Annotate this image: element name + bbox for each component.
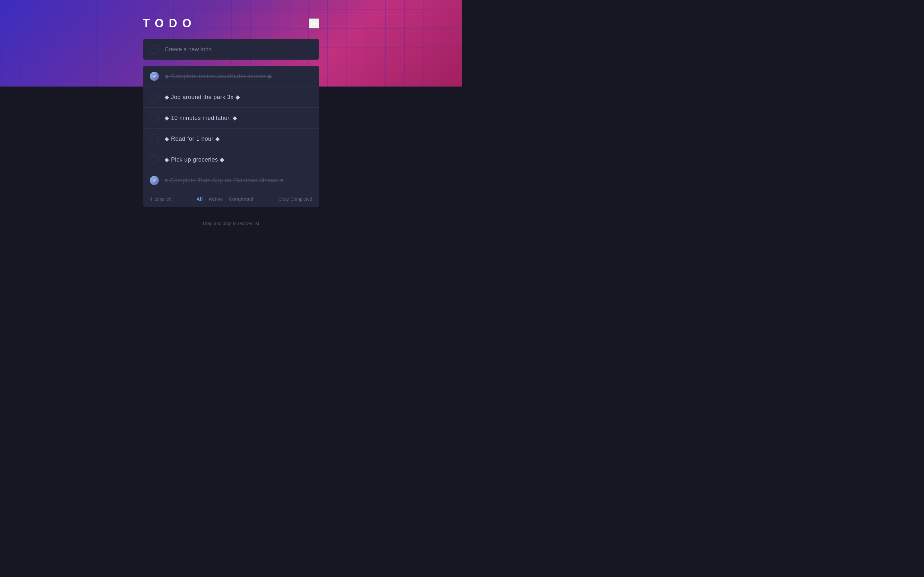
todo-text-2: ◆ Jog around the park 3x ◆ bbox=[165, 93, 240, 101]
todo-item: ◆ Read for 1 hour ◆ bbox=[143, 129, 319, 149]
todo-checkbox-2[interactable] bbox=[150, 93, 159, 102]
todo-checkbox-6[interactable]: ✓ bbox=[150, 176, 159, 185]
todo-footer: 4 items left All Active Completed Clear … bbox=[143, 191, 319, 207]
todo-checkbox-4[interactable] bbox=[150, 134, 159, 143]
todo-item: ◆ 10 minutes meditation ◆ bbox=[143, 108, 319, 129]
todo-text-3: ◆ 10 minutes meditation ◆ bbox=[165, 114, 237, 121]
todo-item: ✓ ♥ Complete Todo App on Frontend Mentor… bbox=[143, 170, 319, 191]
filter-completed-button[interactable]: Completed bbox=[229, 197, 254, 201]
filter-all-button[interactable]: All bbox=[197, 197, 203, 201]
main-container: TODO ✓ ◆ Complete online JavaScript c bbox=[143, 0, 319, 226]
filter-buttons: All Active Completed bbox=[197, 197, 254, 201]
new-todo-input[interactable] bbox=[165, 46, 312, 53]
new-todo-container bbox=[143, 39, 319, 60]
todo-item: ◆ Pick up groceries ◆ bbox=[143, 149, 319, 170]
svg-line-5 bbox=[311, 21, 312, 21]
clear-completed-button[interactable]: Clear Completed bbox=[278, 197, 312, 201]
svg-point-0 bbox=[312, 22, 315, 25]
todo-checkbox-1[interactable]: ✓ bbox=[150, 72, 159, 81]
svg-line-7 bbox=[317, 21, 317, 21]
checkmark-icon: ✓ bbox=[153, 74, 156, 79]
header: TODO bbox=[143, 17, 319, 30]
svg-line-6 bbox=[317, 26, 317, 26]
theme-toggle-button[interactable] bbox=[309, 18, 319, 29]
todo-text-6: ♥ Complete Todo App on Frontend Mentor ♥ bbox=[165, 177, 284, 184]
todo-text-1: ◆ Complete online JavaScript course ◆ bbox=[165, 73, 272, 80]
todo-checkbox-3[interactable] bbox=[150, 113, 159, 122]
todo-item: ✓ ◆ Complete online JavaScript course ◆ bbox=[143, 66, 319, 87]
todo-item: ◆ Jog around the park 3x ◆ bbox=[143, 87, 319, 108]
app-title: TODO bbox=[143, 17, 196, 30]
new-todo-circle-button[interactable] bbox=[150, 45, 159, 54]
svg-line-8 bbox=[311, 26, 312, 26]
todo-text-4: ◆ Read for 1 hour ◆ bbox=[165, 135, 220, 142]
todo-checkbox-5[interactable] bbox=[150, 155, 159, 164]
checkmark-icon: ✓ bbox=[153, 178, 156, 183]
todo-text-5: ◆ Pick up groceries ◆ bbox=[165, 156, 225, 163]
drag-hint: Drag and drop to reorder list bbox=[143, 221, 319, 226]
todo-list: ✓ ◆ Complete online JavaScript course ◆ … bbox=[143, 66, 319, 207]
filter-active-button[interactable]: Active bbox=[208, 197, 223, 201]
items-left-count: 4 items left bbox=[150, 197, 172, 201]
sun-icon bbox=[310, 19, 318, 28]
